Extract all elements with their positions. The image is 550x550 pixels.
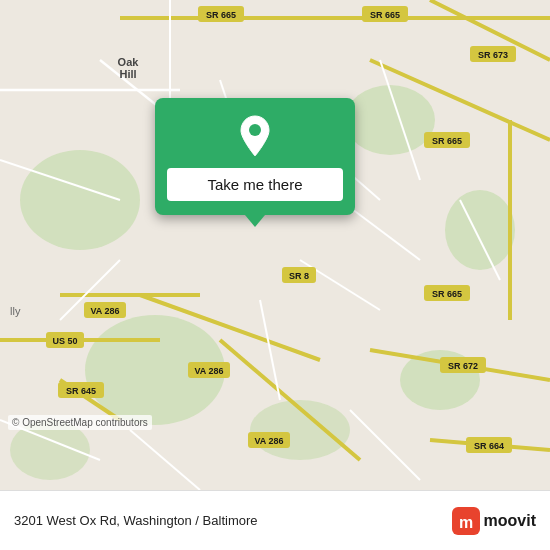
map-container: SR 665 SR 665 SR 673 SR 665 SR 665 SR 67… [0,0,550,490]
svg-text:Oak: Oak [118,56,140,68]
take-me-there-button[interactable]: Take me there [167,168,343,201]
svg-point-1 [20,150,140,250]
moovit-logo: m moovit [452,507,536,535]
svg-text:SR 672: SR 672 [448,361,478,371]
svg-text:SR 665: SR 665 [432,289,462,299]
svg-text:VA 286: VA 286 [254,436,283,446]
bottom-bar: 3201 West Ox Rd, Washington / Baltimore … [0,490,550,550]
svg-text:SR 665: SR 665 [432,136,462,146]
location-icon-wrapper [233,114,277,158]
svg-text:SR 665: SR 665 [206,10,236,20]
svg-text:lly: lly [10,305,21,317]
location-pin-icon [233,114,277,158]
svg-text:SR 664: SR 664 [474,441,504,451]
svg-text:VA 286: VA 286 [194,366,223,376]
svg-point-4 [445,190,515,270]
svg-text:SR 673: SR 673 [478,50,508,60]
svg-text:SR 665: SR 665 [370,10,400,20]
svg-text:VA 286: VA 286 [90,306,119,316]
address-text: 3201 West Ox Rd, Washington / Baltimore [14,513,452,528]
svg-point-3 [345,85,435,155]
moovit-brand-name: moovit [484,512,536,530]
popup-card: Take me there [155,98,355,215]
svg-point-64 [249,124,261,136]
svg-text:m: m [458,514,472,531]
svg-text:US 50: US 50 [52,336,77,346]
osm-credit: © OpenStreetMap contributors [8,415,152,430]
svg-text:SR 8: SR 8 [289,271,309,281]
svg-text:SR 645: SR 645 [66,386,96,396]
svg-text:Hill: Hill [119,68,136,80]
moovit-brand-icon: m [452,507,480,535]
